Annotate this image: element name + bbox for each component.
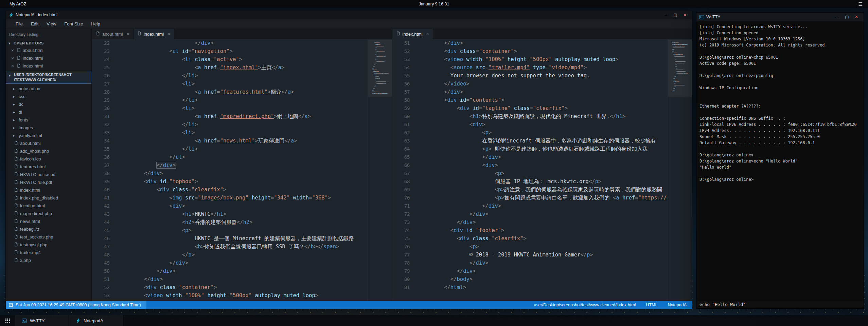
terminal-line: Connection-specific DNS Suffix . : bbox=[699, 115, 861, 121]
close-editor-icon[interactable]: ✕ bbox=[11, 56, 15, 60]
tab-label: index.html bbox=[144, 32, 164, 37]
file-x.php[interactable]: x.php bbox=[6, 256, 91, 264]
wstty-window-title: WsTTY bbox=[706, 15, 721, 19]
chevron-right-icon: ▸ bbox=[13, 126, 17, 130]
tab-index.html[interactable]: index.html✕ bbox=[392, 29, 433, 39]
code-editor-right[interactable]: 51 </div>52 <div class="container">53 <v… bbox=[392, 39, 668, 301]
close-button[interactable]: ✕ bbox=[680, 12, 689, 18]
file-label: x.php bbox=[20, 258, 31, 263]
menu-edit[interactable]: Edit bbox=[27, 20, 42, 28]
line-number: 66 bbox=[392, 161, 419, 169]
tab-close-icon[interactable]: ✕ bbox=[426, 32, 429, 36]
close-editor-icon[interactable]: ✕ bbox=[11, 49, 15, 52]
close-editor-icon[interactable]: ✕ bbox=[11, 64, 15, 68]
code-line: 42 <div> bbox=[92, 202, 368, 210]
terminal-input[interactable]: echo "Hello World" bbox=[696, 301, 864, 308]
code-line: 25 <a href="index.html">主頁</a> bbox=[92, 63, 368, 72]
file-mapredirect.php[interactable]: mapredirect.php bbox=[6, 210, 91, 217]
file-news.html[interactable]: news.html bbox=[6, 217, 91, 225]
maximize-button[interactable]: ▢ bbox=[671, 12, 680, 18]
file-icon bbox=[14, 156, 18, 162]
terminal-output[interactable]: [info] Connecting to arozos WsTTY servic… bbox=[696, 21, 864, 301]
close-button[interactable]: ✕ bbox=[852, 14, 861, 20]
file-test_sockets.php[interactable]: test_sockets.php bbox=[6, 233, 91, 241]
code-line: 28 <a href="features.html">簡介</a> bbox=[92, 88, 368, 96]
code-editor-left[interactable]: 22 </div>23 <ul id="navigation">24 <li c… bbox=[92, 39, 368, 301]
folder-dc[interactable]: ▸dc bbox=[6, 100, 91, 108]
line-number: 64 bbox=[392, 145, 419, 153]
status-language-mode[interactable]: HTML bbox=[646, 303, 657, 307]
file-add_vhost.php[interactable]: add_vhost.php bbox=[6, 147, 91, 155]
grid-icon bbox=[5, 318, 10, 323]
taskbar-item-wstty[interactable]: WsTTY bbox=[16, 315, 69, 326]
terminal-line bbox=[699, 48, 861, 54]
taskbar-item-notepada[interactable]: NotepadA bbox=[69, 315, 123, 326]
code-line: 45 <p> bbox=[92, 226, 368, 234]
line-number: 77 bbox=[392, 251, 419, 259]
file-features.html[interactable]: features.html bbox=[6, 163, 91, 171]
minimap-slider[interactable] bbox=[368, 40, 392, 97]
file-index.html[interactable]: index.html bbox=[6, 186, 91, 194]
file-trailer.mp4[interactable]: trailer.mp4 bbox=[6, 249, 91, 256]
menu-file[interactable]: File bbox=[12, 20, 26, 28]
line-number: 47 bbox=[92, 243, 119, 251]
open-editors-header[interactable]: ▾ OPEN EDITORS bbox=[6, 40, 91, 46]
tab-index.html[interactable]: index.html✕ bbox=[134, 29, 174, 39]
file-HKWTC-notice.pdf[interactable]: HKWTC notice.pdf bbox=[6, 171, 91, 178]
editor-group: about.html✕index.html✕ 22 </div>23 <ul i… bbox=[92, 29, 692, 301]
file-teabag.7z[interactable]: teabag.7z bbox=[6, 225, 91, 233]
menu-view[interactable]: View bbox=[43, 20, 60, 28]
folder-css[interactable]: ▸css bbox=[6, 93, 91, 100]
file-label: features.html bbox=[20, 164, 46, 169]
file-HKWTC-rule.pdf[interactable]: HKWTC rule.pdf bbox=[6, 178, 91, 186]
code-line: 31 <a href="mapredirect.php">網上地圖</a> bbox=[92, 112, 368, 120]
tab-about.html[interactable]: about.html✕ bbox=[92, 29, 134, 39]
minimap-right[interactable] bbox=[668, 39, 692, 301]
maximize-button[interactable]: ▢ bbox=[843, 14, 851, 20]
menu-help[interactable]: Help bbox=[87, 20, 104, 28]
menu-font-size[interactable]: Font Size bbox=[60, 20, 87, 28]
file-testmysql.php[interactable]: testmysql.php bbox=[6, 241, 91, 249]
line-number: 63 bbox=[392, 137, 419, 145]
taskbar-item-label: NotepadA bbox=[84, 318, 103, 323]
minimize-button[interactable]: ─ bbox=[833, 14, 842, 20]
code-line: 27 <li> bbox=[92, 80, 368, 88]
open-editor-index.html[interactable]: ✕index.html bbox=[6, 62, 91, 70]
open-editor-about.html[interactable]: ✕about.html bbox=[6, 46, 91, 54]
line-number: 27 bbox=[92, 80, 119, 88]
terminal-line bbox=[699, 97, 861, 103]
chevron-right-icon: ▸ bbox=[13, 102, 17, 106]
folder-autostation[interactable]: ▸autostation bbox=[6, 85, 91, 93]
open-editor-index.html[interactable]: ✕index.html bbox=[6, 54, 91, 62]
tab-close-icon[interactable]: ✕ bbox=[167, 32, 170, 36]
tabbar-left: about.html✕index.html✕ bbox=[92, 29, 392, 39]
file-location.html[interactable]: location.html bbox=[6, 202, 91, 210]
code-line: 76 <p> bbox=[392, 243, 668, 251]
folder-yamlyamlml[interactable]: ▸yamlyamlml bbox=[6, 132, 91, 139]
workspace-root-item[interactable]: ▾ USER:/DESKTOP/SCREENSHOT /TEST/WWW CLE… bbox=[6, 71, 91, 84]
file-index.php_disabled[interactable]: index.php_disabled bbox=[6, 194, 91, 202]
folder-label: fonts bbox=[19, 117, 28, 122]
minimize-button[interactable]: ─ bbox=[661, 12, 670, 18]
code-line: 77 © 2018 - 2019 HKWTC Animation Gamer</… bbox=[392, 251, 668, 259]
chevron-right-icon: ▸ bbox=[13, 118, 17, 122]
line-number: 33 bbox=[92, 129, 119, 137]
system-menu-icon[interactable]: ☰ bbox=[858, 1, 863, 7]
line-number: 62 bbox=[392, 129, 419, 137]
line-number: 70 bbox=[392, 194, 419, 202]
line-number: 67 bbox=[392, 169, 419, 177]
minimap-left[interactable] bbox=[368, 39, 392, 301]
tab-close-icon[interactable]: ✕ bbox=[126, 32, 129, 36]
chevron-right-icon: ▸ bbox=[13, 110, 17, 114]
file-favicon.ico[interactable]: favicon.ico bbox=[6, 155, 91, 163]
line-number: 26 bbox=[92, 72, 119, 80]
start-menu-button[interactable] bbox=[0, 315, 16, 326]
os-menu-brand[interactable]: My ArOZ bbox=[10, 2, 26, 6]
minimap-slider[interactable] bbox=[668, 40, 692, 97]
file-about.html[interactable]: about.html bbox=[6, 139, 91, 147]
folder-dl[interactable]: ▸dl bbox=[6, 108, 91, 116]
file-icon bbox=[14, 258, 18, 263]
folder-images[interactable]: ▸images bbox=[6, 124, 91, 132]
terminal-line: Ethernet adapter ?A?????: bbox=[699, 103, 861, 109]
folder-fonts[interactable]: ▸fonts bbox=[6, 116, 91, 124]
